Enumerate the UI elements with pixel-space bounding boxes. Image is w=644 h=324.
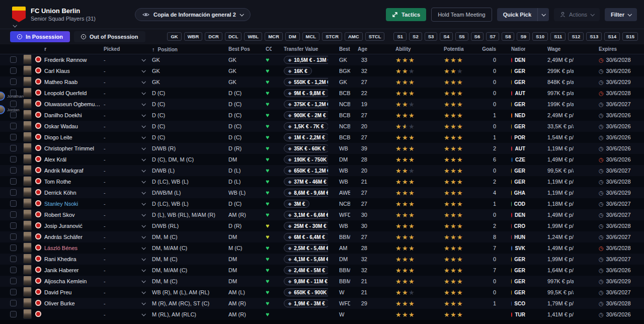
col-potential[interactable]: Potential xyxy=(444,46,464,52)
position-chip-dcr[interactable]: DCR xyxy=(205,32,222,41)
col-best-role[interactable]: Best Role xyxy=(339,46,350,52)
col-nation[interactable]: Nation xyxy=(511,46,525,52)
table-row[interactable]: Alex Král - D (C), DM, M (C) DM ♥ ◆190K … xyxy=(0,154,644,165)
table-row[interactable]: - M (RL), AM (RLC) AM (R) ♥ ◆ W ★★★★★ ★★… xyxy=(0,309,644,320)
position-chip-mcl[interactable]: MCL xyxy=(302,32,320,41)
slot-chip-s6[interactable]: S6 xyxy=(471,32,484,41)
row-checkbox[interactable] xyxy=(10,134,17,140)
filter-button[interactable]: Filter xyxy=(605,8,637,21)
position-chip-amc[interactable]: AMC xyxy=(345,32,363,41)
position-chip-dcl[interactable]: DCL xyxy=(225,32,242,41)
picked-dropdown[interactable]: - xyxy=(104,300,152,306)
row-checkbox[interactable] xyxy=(10,156,17,163)
row-checkbox[interactable] xyxy=(10,245,17,251)
col-con[interactable]: CON xyxy=(266,46,272,52)
row-checkbox[interactable] xyxy=(10,189,17,196)
table-row[interactable]: Derrick Köhn - D/WB/M (L) WB (L) ♥ ◆8,6M… xyxy=(0,187,644,198)
row-checkbox[interactable] xyxy=(10,278,17,284)
row-checkbox[interactable] xyxy=(10,56,17,63)
row-checkbox[interactable] xyxy=(10,145,17,151)
col-picked[interactable]: Picked xyxy=(104,46,120,52)
slot-chip-s14[interactable]: S14 xyxy=(604,32,620,41)
picked-dropdown[interactable]: - xyxy=(104,168,152,174)
player-name[interactable]: Carl Klaus xyxy=(44,68,70,74)
position-chip-stcl[interactable]: STCL xyxy=(365,32,385,41)
slot-chip-s10[interactable]: S10 xyxy=(532,32,548,41)
slot-chip-s15[interactable]: S15 xyxy=(622,32,638,41)
slot-chip-s4[interactable]: S4 xyxy=(440,32,453,41)
table-row[interactable]: András Schäfer - DM, M (C) DM ♥ ◆6M € - … xyxy=(0,231,644,242)
player-name[interactable]: Oluwaseun Ogbemu… xyxy=(44,101,100,107)
slot-chip-s12[interactable]: S12 xyxy=(568,32,584,41)
table-row[interactable]: Danilho Doekhi - D (C) D (C) ♥ ◆900K € -… xyxy=(0,110,644,121)
player-name[interactable]: Robert Skov xyxy=(44,212,75,218)
player-name[interactable]: Oskar Wadau xyxy=(44,123,78,129)
picked-dropdown[interactable]: - xyxy=(104,179,152,185)
table-row[interactable]: David Preu - WB (R), M (L), AM (RL) AM (… xyxy=(0,287,644,298)
player-name[interactable]: Diogo Leite xyxy=(44,134,72,140)
player-name[interactable]: Alex Král xyxy=(44,156,66,163)
picked-dropdown[interactable]: - xyxy=(104,101,152,107)
player-name[interactable]: László Bénes xyxy=(44,245,77,251)
col-position[interactable]: Position xyxy=(158,47,178,52)
slot-chip-s13[interactable]: S13 xyxy=(586,32,602,41)
row-checkbox[interactable] xyxy=(10,289,17,295)
picked-dropdown[interactable]: - xyxy=(104,145,152,151)
table-row[interactable]: Andrik Markgraf - D/WB (L) D (L) ♥ ◆650K… xyxy=(0,165,644,176)
slot-chip-s11[interactable]: S11 xyxy=(550,32,566,41)
col-player[interactable]: Player xyxy=(44,46,46,52)
slot-chip-s5[interactable]: S5 xyxy=(455,32,468,41)
player-name[interactable]: Tom Rothe xyxy=(44,179,71,185)
picked-dropdown[interactable]: - xyxy=(104,245,152,251)
actions-button[interactable]: Actions xyxy=(554,8,600,21)
table-row[interactable]: Frederik Rønnow - GK GK ♥ ◆10,5M € - 13M… xyxy=(0,54,644,65)
table-row[interactable]: Oskar Wadau - D (C) D (C) ♥ ◆1,5K € - 7K… xyxy=(0,121,644,132)
view-selector-dropdown[interactable]: Copia de Información general 2 xyxy=(135,8,251,21)
col-transfer-value[interactable]: Transfer Value xyxy=(284,46,318,52)
slot-chip-s3[interactable]: S3 xyxy=(425,32,438,41)
picked-dropdown[interactable]: - xyxy=(104,190,152,196)
player-name[interactable]: Oliver Burke xyxy=(44,300,75,306)
tab-out-of-possession[interactable]: Out of Possession xyxy=(74,31,145,42)
picked-dropdown[interactable]: - xyxy=(104,134,152,140)
slot-chip-s1[interactable]: S1 xyxy=(393,32,407,41)
slot-chip-s9[interactable]: S9 xyxy=(517,32,530,41)
quick-pick-dropdown-button[interactable] xyxy=(537,8,549,21)
position-chip-dm[interactable]: DM xyxy=(285,32,300,41)
position-chip-gk[interactable]: GK xyxy=(167,32,181,41)
row-checkbox[interactable] xyxy=(10,211,17,218)
player-name[interactable]: Andrik Markgraf xyxy=(44,168,84,174)
picked-dropdown[interactable]: - xyxy=(104,234,152,240)
table-row[interactable]: Josip Juranović - D/WB (RL) D (R) ♥ ◆25M… xyxy=(0,220,644,231)
player-name[interactable]: Matheo Raab xyxy=(44,79,77,85)
player-name[interactable]: Aljoscha Kemlein xyxy=(44,278,87,284)
picked-dropdown[interactable]: - xyxy=(104,68,152,74)
player-name[interactable]: David Preu xyxy=(44,289,71,295)
picked-dropdown[interactable]: - xyxy=(104,267,152,273)
row-checkbox[interactable] xyxy=(10,200,17,207)
hold-team-meeting-button[interactable]: Hold Team Meeting xyxy=(431,8,492,22)
table-row[interactable]: Robert Skov - D (L), WB (RL), M/AM (R) A… xyxy=(0,209,644,220)
row-checkbox[interactable] xyxy=(10,233,17,240)
row-checkbox[interactable] xyxy=(10,67,17,74)
table-row[interactable]: Oluwaseun Ogbemu… - D (C) D (C) ♥ ◆375K … xyxy=(0,99,644,110)
position-chip-wbl[interactable]: WBL xyxy=(244,32,262,41)
table-row[interactable]: Leopold Querfeld - D (C) D (C) ♥ ◆9M € -… xyxy=(0,88,644,99)
picked-dropdown[interactable]: - xyxy=(104,90,152,96)
picked-dropdown[interactable]: - xyxy=(104,156,152,163)
col-goals[interactable]: Goals xyxy=(482,46,496,52)
table-row[interactable]: Carl Klaus - GK GK ♥ ◆16K € BGK 32 ★★★★★… xyxy=(0,65,644,76)
picked-dropdown[interactable]: - xyxy=(104,212,152,218)
picked-dropdown[interactable]: - xyxy=(104,123,152,129)
quick-pick-button[interactable]: Quick Pick xyxy=(497,8,537,21)
row-checkbox[interactable] xyxy=(10,300,17,306)
table-row[interactable]: Stanley Nsoki - D (LC), WB (L) D (C) ♥ ◆… xyxy=(0,198,644,209)
row-checkbox[interactable] xyxy=(10,78,17,85)
collapse-chevron-icon[interactable] xyxy=(13,23,17,27)
picked-dropdown[interactable]: - xyxy=(104,112,152,118)
player-name[interactable]: András Schäfer xyxy=(44,234,83,240)
player-name[interactable]: Janik Haberer xyxy=(44,267,78,273)
table-row[interactable]: Christopher Trimmel - D/WB (R) D (R) ♥ ◆… xyxy=(0,143,644,154)
tab-in-possession[interactable]: In Possession xyxy=(10,31,70,42)
player-name[interactable]: Danilho Doekhi xyxy=(44,112,82,118)
